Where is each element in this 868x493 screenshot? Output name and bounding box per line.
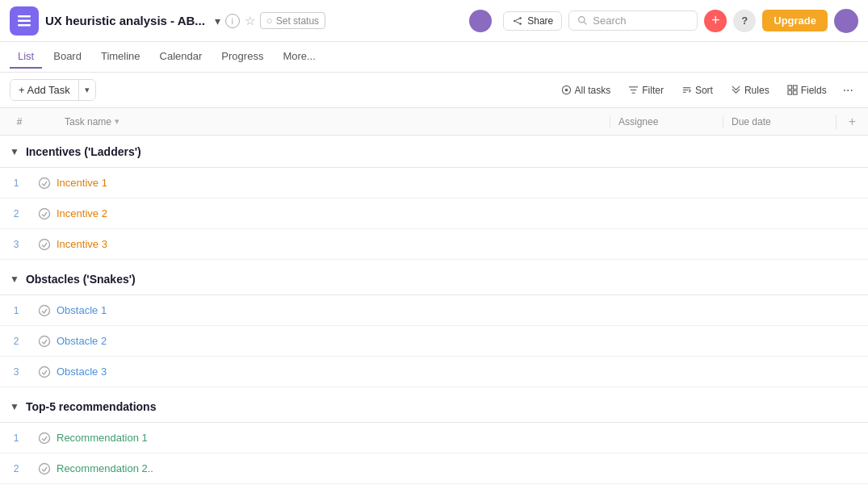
task-name[interactable]: Obstacle 2 [57, 335, 610, 347]
task-row: 1 Recommendation 1 [0, 423, 868, 453]
group-extranotes-header: ▼ Extra notes & insights [0, 487, 868, 493]
project-title: UX heuristic analysis - AB... [45, 14, 205, 27]
plus-button[interactable]: + [704, 10, 727, 32]
user-avatar[interactable] [834, 9, 858, 33]
svg-rect-20 [788, 90, 792, 94]
task-check-icon[interactable] [32, 238, 57, 251]
svg-point-3 [514, 19, 516, 22]
tab-list[interactable]: List [10, 45, 42, 69]
more-options-button[interactable]: ··· [838, 80, 858, 101]
task-name[interactable]: Obstacle 1 [57, 304, 610, 316]
task-check-icon[interactable] [32, 177, 57, 190]
tab-more[interactable]: More... [275, 45, 323, 69]
col-duedate-header: Due date [723, 116, 836, 127]
svg-point-8 [579, 17, 585, 23]
search-box[interactable]: Search [568, 10, 698, 31]
task-row: 1 Obstacle 1 [0, 295, 868, 326]
add-task-dropdown-arrow[interactable]: ▾ [79, 81, 95, 99]
help-button[interactable]: ? [733, 10, 756, 32]
group-recommendations-header: ▼ Top-5 recommendations [0, 391, 868, 423]
task-check-icon[interactable] [32, 304, 57, 317]
upgrade-button[interactable]: Upgrade [762, 10, 828, 31]
task-check-icon[interactable] [32, 335, 57, 348]
topbar: UX heuristic analysis - AB... ▾ i ☆ ○ Se… [0, 0, 868, 42]
share-button[interactable]: Share [503, 11, 562, 31]
task-row: 3 Obstacle 3 [0, 357, 868, 387]
info-icon[interactable]: i [225, 14, 240, 28]
task-row: 2 Incentive 2 [0, 198, 868, 229]
add-task-label[interactable]: + Add Task [10, 80, 79, 100]
share-label: Share [527, 15, 553, 27]
task-check-icon[interactable] [32, 366, 57, 378]
svg-point-4 [519, 17, 522, 19]
svg-rect-19 [793, 86, 797, 90]
task-num: 2 [0, 336, 32, 347]
rules-button[interactable]: Rules [724, 81, 776, 99]
col-add-header[interactable]: + [836, 115, 868, 129]
group-obstacles-chevron[interactable]: ▼ [10, 274, 19, 285]
group-recommendations-title: Top-5 recommendations [26, 400, 157, 413]
task-name[interactable]: Recommendation 2.. [57, 462, 610, 474]
title-actions: ▾ i ☆ ○ Set status [215, 12, 325, 29]
task-name[interactable]: Incentive 1 [57, 177, 610, 189]
sort-button[interactable]: Sort [675, 81, 719, 99]
task-num: 3 [0, 239, 32, 250]
search-text: Search [593, 15, 626, 27]
task-num: 2 [0, 463, 32, 474]
svg-point-24 [40, 239, 50, 249]
group-incentives-chevron[interactable]: ▼ [10, 146, 19, 157]
col-num-header: # [0, 116, 32, 127]
task-name[interactable]: Incentive 3 [57, 238, 610, 250]
all-tasks-button[interactable]: All tasks [555, 81, 618, 99]
navtabs: List Board Timeline Calendar Progress Mo… [0, 42, 868, 73]
col-taskname-header: Task name ▾ [32, 116, 610, 127]
avatar-group [469, 10, 492, 32]
task-row: 2 Recommendation 2.. [0, 453, 868, 484]
svg-point-23 [40, 208, 50, 219]
task-num: 1 [0, 178, 32, 189]
filter-button[interactable]: Filter [622, 81, 670, 99]
task-name[interactable]: Recommendation 1 [57, 432, 610, 444]
task-name[interactable]: Obstacle 3 [57, 366, 610, 378]
fields-button[interactable]: Fields [781, 81, 833, 99]
group-recommendations-chevron[interactable]: ▼ [10, 401, 19, 412]
tab-timeline[interactable]: Timeline [93, 45, 149, 69]
svg-point-5 [519, 23, 522, 25]
task-num: 1 [0, 432, 32, 444]
svg-rect-18 [788, 86, 792, 90]
chevron-down-icon[interactable]: ▾ [115, 116, 120, 127]
col-assignee-header: Assignee [610, 116, 723, 127]
svg-point-28 [40, 432, 50, 443]
task-check-icon[interactable] [32, 432, 57, 445]
chevron-down-icon[interactable]: ▾ [215, 15, 220, 27]
svg-rect-0 [18, 15, 31, 18]
svg-point-29 [40, 463, 50, 474]
task-check-icon[interactable] [32, 207, 57, 220]
svg-line-6 [516, 19, 519, 20]
task-row: 3 Incentive 3 [0, 229, 868, 260]
task-num: 3 [0, 366, 32, 378]
table-header: # Task name ▾ Assignee Due date + [0, 108, 868, 136]
svg-rect-2 [18, 24, 31, 27]
task-check-icon[interactable] [32, 462, 57, 475]
task-num: 2 [0, 208, 32, 219]
svg-point-27 [40, 366, 50, 377]
set-status-button[interactable]: ○ Set status [260, 12, 325, 29]
svg-point-11 [564, 89, 568, 92]
star-icon[interactable]: ☆ [245, 14, 255, 28]
svg-point-25 [40, 305, 50, 315]
svg-line-7 [516, 21, 519, 23]
svg-point-22 [40, 178, 50, 188]
task-num: 1 [0, 305, 32, 316]
app-icon[interactable] [10, 6, 39, 36]
tab-progress[interactable]: Progress [213, 45, 271, 69]
svg-rect-21 [793, 90, 797, 94]
avatar-1[interactable] [469, 10, 492, 32]
svg-point-26 [40, 336, 50, 346]
task-name[interactable]: Incentive 2 [57, 207, 610, 219]
task-row: 1 Incentive 1 [0, 168, 868, 198]
tab-calendar[interactable]: Calendar [152, 45, 211, 69]
toolbar: + Add Task ▾ All tasks Filter Sort R [0, 73, 868, 108]
tab-board[interactable]: Board [45, 45, 90, 69]
add-task-button[interactable]: + Add Task ▾ [10, 79, 96, 101]
